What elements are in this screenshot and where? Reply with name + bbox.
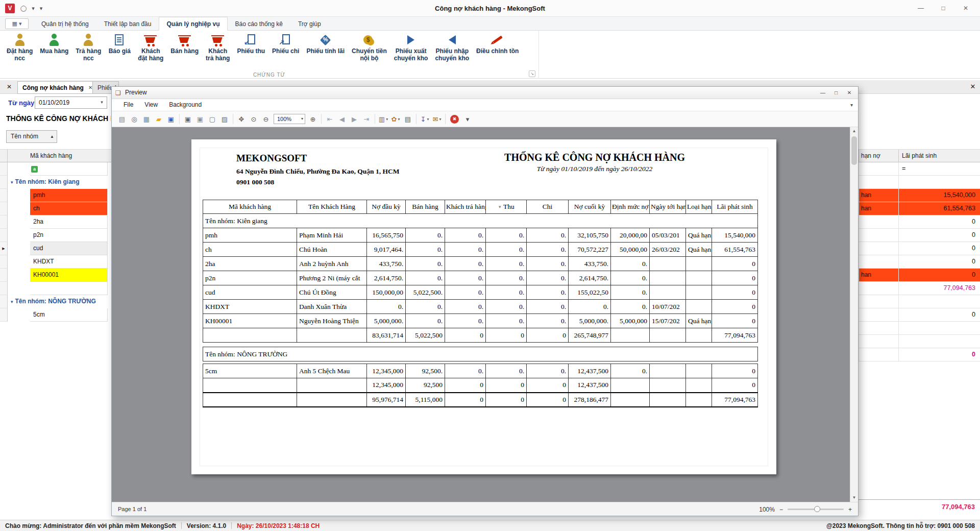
column-ma-khach-hang[interactable]: Mã khách hàng <box>8 150 111 162</box>
watermark-icon[interactable]: ▨ <box>219 113 230 125</box>
preview-close-icon[interactable]: ✕ <box>843 88 856 98</box>
lai-row-1[interactable] <box>859 176 980 189</box>
row-selector[interactable] <box>0 162 8 176</box>
group-dialog-launcher-icon[interactable]: ↘ <box>529 70 535 77</box>
close-document-icon[interactable]: ✕ <box>4 82 14 92</box>
page-setup-icon[interactable]: ▤ <box>116 113 128 125</box>
ribbon-tab-thiet-lap-ban-au[interactable]: Thiết lập ban đầu <box>96 17 159 31</box>
lai-row-13[interactable] <box>859 335 980 348</box>
chevron-down-icon[interactable]: ▾ <box>97 97 106 108</box>
lai-row-2[interactable]: han15,540,000 <box>859 189 980 202</box>
close-preview-icon[interactable]: ✖ <box>450 115 459 124</box>
scroll-down-icon[interactable]: ▼ <box>850 494 858 502</box>
ribbon-button-khach-tra-hang[interactable]: Khách trả hàng <box>202 32 233 63</box>
ribbon-button-at-hang-ncc[interactable]: Đặt hàng ncc <box>3 32 36 63</box>
ribbon-button-ieu-chinh-ton[interactable]: Điều chỉnh tồn <box>473 32 522 56</box>
zoom-combobox[interactable]: 100%▾ <box>274 114 305 124</box>
group-row-ten-nhom-kien-giang[interactable]: ▾Tên nhóm: Kiên giang <box>8 176 111 189</box>
grid-row-cud[interactable]: ▶cud <box>0 242 111 255</box>
row-selector[interactable] <box>0 229 8 242</box>
ribbon-button-phieu-tinh-lai[interactable]: %Phiếu tính lãi <box>303 32 348 56</box>
first-page-icon[interactable]: ⇤ <box>324 113 335 125</box>
row-selector[interactable] <box>0 295 8 308</box>
customer-code-cell[interactable]: 5cm <box>30 308 108 322</box>
zoom-in-button[interactable]: + <box>848 506 852 513</box>
magnifier-icon[interactable]: ⊙ <box>248 113 259 125</box>
panel-close-icon[interactable]: ✕ <box>968 82 978 92</box>
ribbon-button-phieu-xuat-chuyen-kho[interactable]: Phiếu xuất chuyển kho <box>390 32 432 63</box>
search-icon[interactable]: ◎ <box>129 113 140 125</box>
lai-row-9[interactable]: 77,094,763 <box>859 282 980 295</box>
menu-view[interactable]: View <box>139 99 163 111</box>
open-icon[interactable]: ▰ <box>153 113 164 125</box>
zoom-in-icon[interactable]: ⊕ <box>307 113 318 125</box>
ribbon-button-tra-hang-ncc[interactable]: Trả hàng ncc <box>72 32 105 63</box>
grid-row-pmh[interactable]: pmh <box>0 189 111 202</box>
scrollbar-thumb[interactable] <box>851 136 857 165</box>
ribbon-tab-bao-cao-thong-ke[interactable]: Báo cáo thống kê <box>228 17 290 31</box>
group-by-button[interactable]: Tên nhóm ▲ <box>6 130 57 143</box>
ribbon-button-mua-hang[interactable]: Mua hàng <box>36 32 72 56</box>
ribbon-button-khach-at-hang[interactable]: Khách đặt hàng <box>134 32 167 63</box>
last-page-icon[interactable]: ⇥ <box>361 113 372 125</box>
grid-row-5cm[interactable]: 5cm <box>0 308 111 322</box>
toolbar-more-icon[interactable]: ▾ <box>462 113 473 125</box>
auto-filter-icon[interactable]: a <box>31 166 38 173</box>
page-background-icon[interactable]: ✿▾ <box>390 113 401 125</box>
quick-print-icon[interactable]: ▣ <box>194 113 206 125</box>
grid-row-p2n[interactable]: p2n <box>0 229 111 242</box>
lai-row-12[interactable] <box>859 322 980 335</box>
send-email-icon[interactable]: ✉▾ <box>431 113 443 125</box>
ribbon-button-ban-hang[interactable]: Bán hàng <box>167 32 202 56</box>
tab-close-icon[interactable]: ✕ <box>88 85 92 90</box>
tab-cong-no-khach-hang[interactable]: Công nợ khách hàng ✕ <box>17 81 97 94</box>
row-selector[interactable] <box>0 255 8 269</box>
app-menu-button[interactable]: ▦ ▾ <box>5 18 29 29</box>
multiple-pages-icon[interactable]: ▥▾ <box>378 113 389 125</box>
filter-row-cell[interactable]: a <box>30 162 108 176</box>
row-selector[interactable] <box>0 176 8 189</box>
scroll-up-icon[interactable]: ▲ <box>850 127 858 135</box>
customer-code-cell[interactable]: p2n <box>30 229 108 242</box>
grid-row-empty[interactable] <box>0 282 111 295</box>
row-selector[interactable] <box>0 202 8 215</box>
ribbon-tab-tro-giup[interactable]: Trợ giúp <box>290 17 329 31</box>
menu-file[interactable]: File <box>118 99 139 111</box>
lai-row-11[interactable]: 0 <box>859 308 980 322</box>
grid-row-ten-nhom-kien-giang[interactable]: ▾Tên nhóm: Kiên giang <box>0 176 111 189</box>
ribbon-button-phieu-thu[interactable]: ↙Phiếu thu <box>233 32 268 56</box>
customer-code-cell[interactable]: pmh <box>30 189 108 202</box>
ribbon-button-chuyen-tien-noi-bo[interactable]: $Chuyển tiền nội bộ <box>348 32 390 63</box>
grid-row-khdxt[interactable]: KHDXT <box>0 255 111 269</box>
row-selector[interactable] <box>0 269 8 282</box>
print-icon[interactable]: ▣ <box>182 113 193 125</box>
preview-minimize-icon[interactable]: — <box>816 88 829 98</box>
next-page-icon[interactable]: ▶ <box>349 113 360 125</box>
row-selector[interactable] <box>0 282 8 295</box>
close-icon[interactable]: ✕ <box>954 0 977 17</box>
from-date-input[interactable]: 01/10/2019 ▾ <box>35 96 107 109</box>
variables-icon[interactable]: ▦ <box>141 113 152 125</box>
customer-code-cell[interactable]: KHDXT <box>30 255 108 269</box>
zoom-out-icon[interactable]: ⊖ <box>260 113 272 125</box>
lai-row-10[interactable] <box>859 295 980 308</box>
group-row-ten-nhom-nong-truong[interactable]: ▾Tên nhóm: NÔNG TRƯỜNG <box>8 295 111 308</box>
customer-code-cell[interactable] <box>30 282 108 295</box>
customer-code-cell[interactable]: 2ha <box>30 215 108 229</box>
lai-row-0[interactable]: = <box>859 162 980 176</box>
grid-row-filter[interactable]: a <box>0 162 111 176</box>
zoom-slider[interactable] <box>788 509 844 510</box>
grid-column-header-right[interactable]: hạn nợ Lãi phát sinh <box>859 149 980 162</box>
preview-title-bar[interactable]: ❏ Preview —□✕ <box>112 87 858 99</box>
grid-row-kh00001[interactable]: KH00001 <box>0 269 111 282</box>
lai-row-6[interactable]: 0 <box>859 242 980 255</box>
lai-row-14[interactable]: 0 <box>859 348 980 361</box>
menu-overflow-icon[interactable]: ▾ <box>850 99 853 111</box>
grid-row-ten-nhom-nong-truong[interactable]: ▾Tên nhóm: NÔNG TRƯỜNG <box>0 295 111 308</box>
chevron-down-icon[interactable]: ▾ <box>301 114 303 124</box>
hand-tool-icon[interactable]: ✥ <box>236 113 247 125</box>
preview-maximize-icon[interactable]: □ <box>829 88 843 98</box>
customer-code-cell[interactable]: KH00001 <box>30 269 108 282</box>
lai-row-5[interactable]: 0 <box>859 229 980 242</box>
row-selector[interactable] <box>0 189 8 202</box>
